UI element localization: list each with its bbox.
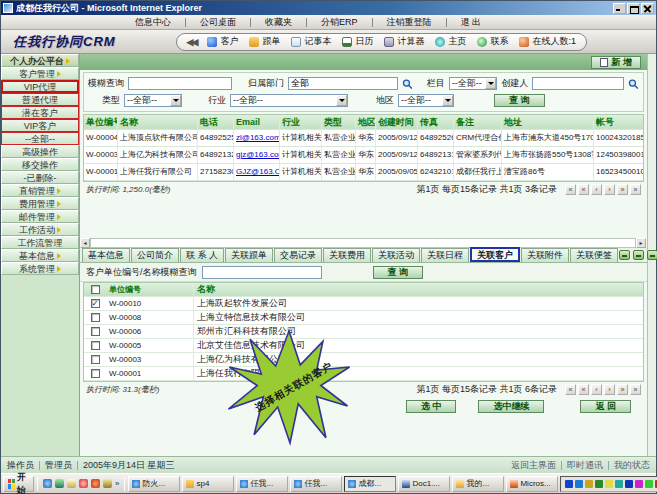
sub-search-input[interactable]	[202, 266, 322, 279]
tray-icon[interactable]	[615, 480, 623, 488]
menu-company-desktop[interactable]: 公司桌面	[186, 16, 250, 29]
tray-icon[interactable]	[635, 480, 643, 488]
scroll-left-icon[interactable]: ◂	[80, 238, 90, 248]
sidebar-item-direct-sales[interactable]: 直销管理	[1, 184, 79, 197]
toolbar-customer[interactable]: 客户	[207, 35, 238, 48]
first-page-icon[interactable]: «	[565, 184, 576, 195]
menu-info-center[interactable]: 信息中心	[121, 16, 185, 29]
tray-icon[interactable]	[565, 480, 573, 488]
scroll-track[interactable]	[90, 238, 636, 248]
department-input[interactable]	[288, 77, 398, 90]
horizontal-scrollbar[interactable]: ◂ ▸	[80, 237, 647, 248]
last-page-icon[interactable]: »	[630, 384, 641, 395]
sidebar-item-basic-info[interactable]: 基本信息	[1, 249, 79, 262]
qq-icon[interactable]	[79, 479, 88, 488]
tab-related-activities[interactable]: 关联活动	[372, 248, 420, 262]
email-link[interactable]: zl@163.com	[234, 130, 280, 146]
fuzzy-search-input[interactable]	[128, 77, 232, 90]
row-checkbox[interactable]	[91, 341, 100, 350]
row-checkbox[interactable]	[91, 369, 100, 378]
pen-icon[interactable]	[103, 479, 112, 488]
menu-relogin[interactable]: 注销重登陆	[373, 16, 446, 29]
sidebar-item-customer-mgmt[interactable]: 客户管理	[1, 67, 79, 80]
tab-company-profile[interactable]: 公司简介	[131, 248, 179, 262]
select-continue-button[interactable]: 选中继续	[478, 400, 544, 413]
close-icon[interactable]	[641, 3, 654, 14]
instant-message-link[interactable]: 即时通讯	[567, 459, 603, 472]
maximize-icon[interactable]	[627, 3, 640, 14]
task-firewall[interactable]: 防火...	[128, 476, 180, 492]
sidebar-item-normal-agent[interactable]: 普通代理	[1, 93, 79, 106]
back-button[interactable]: 返 回	[580, 400, 631, 413]
sidebar-item-work-activity[interactable]: 工作活动	[1, 223, 79, 236]
task-renwoxing-2[interactable]: 任我...	[290, 476, 342, 492]
new-button[interactable]: 新 增	[591, 56, 641, 69]
sidebar-item-all[interactable]: --全部--	[1, 132, 79, 145]
sub-search-button[interactable]: 查 询	[373, 266, 424, 279]
prev-page-icon[interactable]: ‹	[591, 384, 602, 395]
sidebar-item-transfer-ops[interactable]: 移交操作	[1, 158, 79, 171]
pane-restore-icon[interactable]	[633, 250, 644, 260]
email-link[interactable]: GJZ@163.COM	[234, 164, 280, 180]
tray-icon[interactable]	[605, 480, 613, 488]
row-checkbox[interactable]	[91, 355, 100, 364]
sidebar-item-personal-office[interactable]: 个人办公平台	[1, 54, 79, 67]
next-block-icon[interactable]: »	[617, 184, 628, 195]
ie-icon[interactable]	[43, 479, 52, 488]
power-icon[interactable]	[645, 480, 653, 488]
tab-related-notes[interactable]: 关联便签	[570, 248, 618, 262]
table-row[interactable]: W-00003上海亿为科技有限公司64892132gjz@163.com计算机相…	[84, 147, 643, 164]
toolbar-contact[interactable]: 联系	[477, 35, 508, 48]
desktop-icon[interactable]	[55, 479, 64, 488]
region-select[interactable]: --全部--	[398, 94, 454, 107]
sidebar-item-potential-customer[interactable]: 潜在客户	[1, 106, 79, 119]
row-checkbox[interactable]	[91, 327, 100, 336]
type-select[interactable]: --全部--	[124, 94, 182, 107]
my-status-link[interactable]: 我的状态	[614, 459, 650, 472]
outlook-icon[interactable]	[67, 479, 76, 488]
tray-icon[interactable]	[595, 480, 603, 488]
sidebar-item-expense-mgmt[interactable]: 费用管理	[1, 197, 79, 210]
scroll-right-icon[interactable]: ▸	[636, 238, 646, 248]
sidebar-item-workflow-mgmt[interactable]: 工作流管理	[1, 236, 79, 249]
first-page-icon[interactable]: «	[565, 384, 576, 395]
sidebar-item-advanced-ops[interactable]: 高级操作	[1, 145, 79, 158]
toolbar-calculator[interactable]: 计算器	[384, 35, 424, 48]
collapse-toolbar-icon[interactable]: ◀◀	[187, 37, 197, 47]
tab-basic-info[interactable]: 基本信息	[82, 248, 130, 262]
task-microsoft[interactable]: Micros...	[506, 476, 558, 492]
media-icon[interactable]	[91, 479, 100, 488]
creator-input[interactable]	[532, 77, 624, 90]
list-item[interactable]: W-00008 上海立特信息技术有限公司	[84, 311, 643, 325]
select-button[interactable]: 选 中	[406, 400, 457, 413]
sidebar-item-system-mgmt[interactable]: 系统管理	[1, 262, 79, 275]
sidebar-item-deleted[interactable]: -已删除-	[1, 171, 79, 184]
chevron-more-icon[interactable]: »	[115, 479, 119, 488]
search-button[interactable]: 查 询	[494, 94, 545, 107]
email-link[interactable]: gjz@163.com	[234, 147, 280, 163]
toolbar-notepad[interactable]: 记事本	[291, 35, 331, 48]
toolbar-home[interactable]: 主页	[435, 35, 466, 48]
prev-block-icon[interactable]: «	[578, 184, 589, 195]
list-item[interactable]: W-00006 郑州市汇科科技有限公司	[84, 325, 643, 339]
table-row[interactable]: W-00004上海顶点软件有限公司64892525zl@163.com计算机相关…	[84, 130, 643, 147]
tab-related-attachments[interactable]: 关联附件	[521, 248, 569, 262]
back-to-main-link[interactable]: 返回主界面	[511, 459, 556, 472]
sidebar-item-mail-mgmt[interactable]: 邮件管理	[1, 210, 79, 223]
search-lookup-icon[interactable]	[628, 78, 639, 90]
task-my-folder[interactable]: 我的...	[452, 476, 504, 492]
column-select[interactable]: --全部--	[449, 77, 498, 90]
task-renwoxing-1[interactable]: 任我...	[236, 476, 288, 492]
minimize-icon[interactable]	[613, 3, 626, 14]
row-checkbox[interactable]	[91, 313, 100, 322]
select-all-checkbox[interactable]	[91, 285, 100, 294]
task-doc1[interactable]: Doc1....	[398, 476, 450, 492]
volume-icon[interactable]	[585, 480, 593, 488]
industry-select[interactable]: --全部--	[230, 94, 348, 107]
list-item[interactable]: W-00003 上海亿为科技有限公司	[84, 353, 643, 367]
next-page-icon[interactable]: ›	[604, 184, 615, 195]
tab-related-expenses[interactable]: 关联费用	[323, 248, 371, 262]
menu-exit[interactable]: 退 出	[447, 16, 496, 29]
tab-related-orders[interactable]: 关联跟单	[225, 248, 273, 262]
pane-minimize-icon[interactable]	[619, 250, 630, 260]
